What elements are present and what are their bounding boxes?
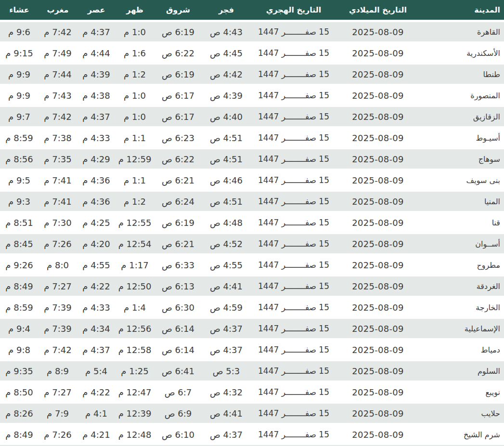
- table-row: أسيـوط2025-08-0915 صفــــــــر 14474:51 …: [0, 127, 504, 148]
- cell-shurooq: 6:21 ص: [154, 170, 202, 191]
- cell-dhuhr: 1:1 م: [116, 170, 154, 191]
- cell-isha: 9:15 م: [0, 42, 39, 64]
- cell-shurooq: 6:22 ص: [154, 148, 202, 170]
- table-row: المنيا2025-08-0915 صفــــــــر 14474:51 …: [0, 191, 504, 212]
- cell-gregorian: 2025-08-09: [337, 170, 419, 191]
- cell-fajr: 4:37 ص: [202, 339, 250, 360]
- cell-gregorian: 2025-08-09: [337, 191, 419, 212]
- cell-shurooq: 6:19 ص: [154, 212, 202, 233]
- table-row: المنصورة2025-08-0915 صفــــــــر 14474:3…: [0, 85, 504, 106]
- cell-gregorian: 2025-08-09: [337, 318, 419, 339]
- table-row: القاهرة2025-08-0915 صفــــــــر 14474:43…: [0, 21, 504, 42]
- table-row: سوهاج2025-08-0915 صفــــــــر 14474:51 ص…: [0, 148, 504, 170]
- cell-city: حلايب: [419, 403, 504, 424]
- cell-hijri: 15 صفــــــــر 1447: [250, 42, 337, 64]
- table-row: أســوان2025-08-0915 صفــــــــر 14474:52…: [0, 233, 504, 254]
- cell-isha: 8:59 م: [0, 127, 39, 148]
- cell-isha: 8:50 م: [0, 381, 39, 403]
- cell-asr: 5:4 م: [77, 360, 116, 381]
- cell-asr: 4:55 م: [77, 254, 116, 275]
- cell-isha: 8:45 م: [0, 233, 39, 254]
- cell-dhuhr: 12:54 م: [116, 233, 154, 254]
- cell-fajr: 4:51 ص: [202, 127, 250, 148]
- cell-asr: 4:37 م: [77, 339, 116, 360]
- cell-hijri: 15 صفــــــــر 1447: [250, 318, 337, 339]
- cell-isha: 8:56 م: [0, 148, 39, 170]
- cell-gregorian: 2025-08-09: [337, 106, 419, 127]
- cell-shurooq: 6:24 ص: [154, 191, 202, 212]
- cell-gregorian: 2025-08-09: [337, 233, 419, 254]
- cell-maghrib: 7:39 م: [39, 297, 77, 318]
- cell-hijri: 15 صفــــــــر 1447: [250, 212, 337, 233]
- cell-fajr: 4:45 ص: [202, 42, 250, 64]
- cell-fajr: 4:59 ص: [202, 297, 250, 318]
- column-header-isha: عشاء: [0, 0, 39, 21]
- cell-gregorian: 2025-08-09: [337, 360, 419, 381]
- cell-asr: 4:33 م: [77, 127, 116, 148]
- cell-dhuhr: 12:39 م: [116, 403, 154, 424]
- cell-dhuhr: 1:1 م: [116, 127, 154, 148]
- cell-isha: 9:3 م: [0, 191, 39, 212]
- cell-asr: 4:38 م: [77, 85, 116, 106]
- cell-dhuhr: 12:59 م: [116, 148, 154, 170]
- cell-isha: 8:59 م: [0, 297, 39, 318]
- cell-hijri: 15 صفــــــــر 1447: [250, 254, 337, 275]
- cell-dhuhr: 1:0 م: [116, 85, 154, 106]
- cell-gregorian: 2025-08-09: [337, 339, 419, 360]
- table-row: بنى سويف2025-08-0915 صفــــــــر 14474:4…: [0, 170, 504, 191]
- cell-asr: 4:44 م: [77, 42, 116, 64]
- cell-city: طنطا: [419, 64, 504, 85]
- cell-hijri: 15 صفــــــــر 1447: [250, 127, 337, 148]
- cell-shurooq: 6:13 ص: [154, 275, 202, 297]
- cell-hijri: 15 صفــــــــر 1447: [250, 64, 337, 85]
- cell-asr: 4:39 م: [77, 64, 116, 85]
- cell-isha: 9:6 م: [0, 21, 39, 42]
- table-body: القاهرة2025-08-0915 صفــــــــر 14474:43…: [0, 21, 504, 445]
- cell-maghrib: 7:42 م: [39, 106, 77, 127]
- column-header-city: المدينة: [419, 0, 504, 21]
- cell-city: الخارجة: [419, 297, 504, 318]
- cell-hijri: 15 صفــــــــر 1447: [250, 233, 337, 254]
- cell-dhuhr: 1:2 م: [116, 64, 154, 85]
- column-header-maghrib: مغرب: [39, 0, 77, 21]
- cell-maghrib: 7:27 م: [39, 381, 77, 403]
- cell-gregorian: 2025-08-09: [337, 127, 419, 148]
- cell-city: بنى سويف: [419, 170, 504, 191]
- cell-shurooq: 6:7 ص: [154, 381, 202, 403]
- cell-hijri: 15 صفــــــــر 1447: [250, 381, 337, 403]
- cell-fajr: 4:42 ص: [202, 64, 250, 85]
- cell-maghrib: 7:27 م: [39, 275, 77, 297]
- cell-city: الأسكندرية: [419, 42, 504, 64]
- cell-asr: 4:36 م: [77, 191, 116, 212]
- cell-isha: 9:7 م: [0, 106, 39, 127]
- cell-fajr: 4:37 ص: [202, 424, 250, 445]
- cell-gregorian: 2025-08-09: [337, 424, 419, 445]
- table-header: المدينةالتاريخ الميلاديالتاريخ الهجريفجر…: [0, 0, 504, 21]
- cell-maghrib: 7:26 م: [39, 233, 77, 254]
- cell-maghrib: 7:38 م: [39, 127, 77, 148]
- cell-shurooq: 6:17 ص: [154, 106, 202, 127]
- cell-maghrib: 7:41 م: [39, 191, 77, 212]
- cell-hijri: 15 صفــــــــر 1447: [250, 85, 337, 106]
- cell-maghrib: 7:35 م: [39, 148, 77, 170]
- cell-asr: 4:29 م: [77, 148, 116, 170]
- cell-hijri: 15 صفــــــــر 1447: [250, 403, 337, 424]
- prayer-times-table: المدينةالتاريخ الميلاديالتاريخ الهجريفجر…: [0, 0, 504, 445]
- cell-gregorian: 2025-08-09: [337, 403, 419, 424]
- cell-gregorian: 2025-08-09: [337, 254, 419, 275]
- cell-shurooq: 6:21 ص: [154, 233, 202, 254]
- cell-asr: 4:1 م: [77, 403, 116, 424]
- cell-hijri: 15 صفــــــــر 1447: [250, 170, 337, 191]
- cell-dhuhr: 1:17 م: [116, 254, 154, 275]
- cell-isha: 8:49 م: [0, 275, 39, 297]
- cell-city: الغردقة: [419, 275, 504, 297]
- cell-shurooq: 6:30 ص: [154, 297, 202, 318]
- cell-dhuhr: 1:4 م: [116, 297, 154, 318]
- cell-fajr: 5:3 ص: [202, 360, 250, 381]
- cell-city: دمياط: [419, 339, 504, 360]
- cell-hijri: 15 صفــــــــر 1447: [250, 360, 337, 381]
- cell-shurooq: 6:10 ص: [154, 424, 202, 445]
- cell-hijri: 15 صفــــــــر 1447: [250, 106, 337, 127]
- cell-shurooq: 6:17 ص: [154, 85, 202, 106]
- cell-gregorian: 2025-08-09: [337, 21, 419, 42]
